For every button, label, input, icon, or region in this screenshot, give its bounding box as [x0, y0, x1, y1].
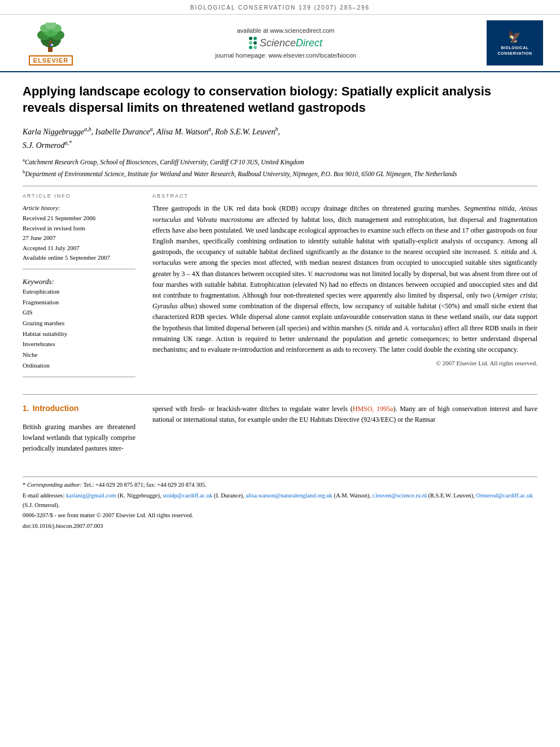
main-divider — [23, 394, 537, 395]
article-info-abstract-section: ARTICLE INFO Article history: Received 2… — [23, 193, 537, 382]
center-logos: available at www.sciencedirect.com — [85, 27, 487, 59]
history-label: Article history: — [23, 203, 135, 213]
divider — [23, 377, 135, 377]
keyword-2: Fragmentation — [23, 297, 135, 308]
main-content: Applying landscape ecology to conservati… — [0, 72, 560, 465]
bio-con-text: BIOLOGICALCONSERVATION — [497, 45, 532, 56]
article-title: Applying landscape ecology to conservati… — [23, 84, 537, 116]
keywords-label: Keywords: — [23, 277, 135, 286]
keyword-5: Habitat suitability — [23, 329, 135, 339]
doi-line: doi:10.1016/j.biocon.2007.07.003 — [23, 522, 537, 531]
introduction-left-text: British grazing marshes are threatened l… — [23, 422, 135, 455]
author-rob: Rob S.E.W. Leuvenb, — [215, 128, 280, 136]
email-karla[interactable]: karlanig@gmail.com — [66, 492, 116, 499]
keywords-list: Eutrophication Fragmentation GIS Grazing… — [23, 286, 135, 371]
email-alisa[interactable]: alisa.watson@naturalengland.org.uk — [246, 492, 333, 499]
introduction-number: 1. — [23, 404, 29, 413]
author-sj: S.J. Ormeroda,* — [23, 141, 72, 150]
elsevier-wordmark: ELSEVIER — [29, 55, 73, 65]
sd-dot — [253, 46, 257, 49]
email-isabelle[interactable]: stoidp@cardiff.ac.uk — [163, 492, 212, 499]
received-revised-label: Received in revised form — [23, 224, 135, 234]
abstract-column: ABSTRACT Three gastropods in the UK red … — [152, 193, 537, 382]
svg-rect-10 — [49, 44, 50, 46]
journal-header-bar: BIOLOGICAL CONSERVATION 139 (2007) 285–2… — [0, 0, 560, 15]
accepted-date: Accepted 11 July 2007 — [23, 243, 135, 254]
email-sj[interactable]: Ormerod@cardiff.ac.uk — [476, 492, 533, 499]
corresponding-author: * Corresponding author: Tel.: +44 029 20… — [23, 480, 537, 490]
affiliation-a: aCatchment Research Group, School of Bio… — [23, 156, 537, 167]
abstract-heading: ABSTRACT — [152, 193, 537, 199]
sd-dot — [253, 37, 257, 40]
keyword-6: Invertebrates — [23, 339, 135, 350]
keyword-1: Eutrophication — [23, 286, 135, 297]
divider — [23, 269, 135, 269]
sd-dot — [253, 41, 257, 45]
sd-dot — [249, 37, 252, 40]
bird-icon: 🦅 — [508, 30, 522, 43]
author-isabelle: Isabelle Durancea, — [95, 128, 157, 136]
keyword-4: Grazing marshes — [23, 318, 135, 329]
authors: Karla Niggebruggea,b, Isabelle Durancea,… — [23, 125, 537, 152]
available-text: available at www.sciencedirect.com — [237, 27, 334, 34]
introduction-title: Introduction — [33, 404, 79, 413]
affiliation-b: bDepartment of Environmental Science, In… — [23, 168, 537, 179]
keyword-8: Ordination — [23, 360, 135, 371]
article-info-column: ARTICLE INFO Article history: Received 2… — [23, 193, 135, 382]
hmso-link[interactable]: HMSO, 1995a — [353, 405, 393, 413]
introduction-section: 1. Introduction British grazing marshes … — [23, 404, 537, 455]
footer-notes: * Corresponding author: Tel.: +44 029 20… — [23, 477, 537, 531]
journal-title: BIOLOGICAL CONSERVATION 139 (2007) 285–2… — [190, 5, 370, 11]
available-online: Available online 5 September 2007 — [23, 253, 135, 263]
abstract-text: Three gastropods in the UK red data book… — [152, 203, 537, 355]
logo-area: ELSEVIER available at www.sciencedirect.… — [0, 15, 560, 72]
introduction-left: 1. Introduction British grazing marshes … — [23, 404, 135, 455]
author-karla: Karla Niggebruggea,b, — [23, 128, 95, 136]
svg-point-8 — [50, 41, 53, 44]
journal-homepage: journal homepage: www.elsevier.com/locat… — [215, 52, 356, 59]
sd-dots-icon — [249, 37, 257, 49]
elsevier-tree-icon — [28, 23, 73, 54]
received-date: Received 21 September 2006 — [23, 213, 135, 224]
keyword-7: Niche — [23, 350, 135, 360]
sd-dot — [249, 46, 252, 49]
page: BIOLOGICAL CONSERVATION 139 (2007) 285–2… — [0, 0, 560, 747]
issn-line: 0006-3207/$ - see front matter © 2007 El… — [23, 511, 537, 521]
sd-dot — [249, 41, 252, 45]
sciencedirect-logo: ScienceDirect — [249, 37, 322, 49]
article-history: Article history: Received 21 September 2… — [23, 203, 135, 263]
email-addresses: E-mail addresses: karlanig@gmail.com (K.… — [23, 491, 537, 510]
affiliations: aCatchment Research Group, School of Bio… — [23, 156, 537, 179]
keyword-3: GIS — [23, 307, 135, 318]
email-rob[interactable]: r.leuven@science.ru.nl — [373, 492, 427, 499]
keywords-section: Keywords: Eutrophication Fragmentation G… — [23, 277, 135, 371]
abstract-paragraph: Three gastropods in the UK red data book… — [152, 203, 537, 355]
author-alisa: Alisa M. Watsona, — [156, 128, 215, 136]
article-info-heading: ARTICLE INFO — [23, 193, 135, 199]
svg-rect-11 — [51, 44, 53, 46]
introduction-right-text: spersed with fresh- or brackish-water di… — [152, 404, 537, 425]
divider — [23, 186, 537, 186]
introduction-right: spersed with fresh- or brackish-water di… — [152, 404, 537, 455]
copyright-line: © 2007 Elsevier Ltd. All rights reserved… — [152, 360, 537, 366]
bio-conservation-logo: 🦅 BIOLOGICALCONSERVATION — [487, 20, 543, 65]
received-revised-date: 27 June 2007 — [23, 233, 135, 243]
elsevier-logo: ELSEVIER — [17, 20, 85, 65]
sciencedirect-text: ScienceDirect — [260, 37, 322, 49]
